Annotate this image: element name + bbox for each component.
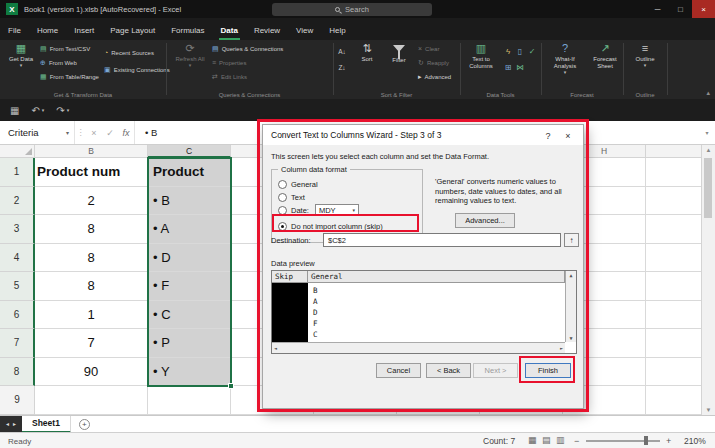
from-web-button[interactable]: ⊕ From Web — [40, 59, 77, 67]
row-header-4[interactable]: 4 — [0, 244, 35, 273]
tab-help[interactable]: Help — [321, 26, 353, 40]
sort-descending-button[interactable]: Z↓ — [336, 61, 348, 74]
dialog-close-button[interactable]: × — [561, 129, 575, 142]
radio-text-circle-icon[interactable] — [278, 193, 287, 202]
expand-formula-bar-button[interactable]: ▾ — [699, 121, 715, 144]
scroll-up-icon[interactable]: ▲ — [706, 147, 712, 153]
existing-connections-button[interactable]: ▣ Existing Connections — [104, 66, 170, 74]
tab-insert[interactable]: Insert — [66, 26, 102, 40]
from-table-range-button[interactable]: ▦ From Table/Range — [40, 73, 99, 81]
undo-button[interactable]: ↶ ▾ — [31, 105, 44, 116]
radio-general[interactable]: General — [278, 178, 318, 190]
spreadsheet-icon[interactable]: ▦ — [10, 105, 19, 116]
sort-ascending-button[interactable]: A↓ — [336, 45, 348, 58]
redo-button[interactable]: ↷ ▾ — [56, 105, 69, 116]
radio-date[interactable]: Date: MDY ▾ — [278, 204, 359, 216]
forecast-sheet-button[interactable]: ↗ Forecast Sheet — [587, 42, 623, 86]
preview-skip-column-selected[interactable] — [272, 283, 308, 342]
from-text-csv-button[interactable]: ▤ From Text/CSV — [40, 45, 90, 53]
filter-button[interactable]: Filter — [384, 42, 414, 86]
radio-do-not-import[interactable]: Do not import column (skip) — [278, 220, 383, 232]
outline-button[interactable]: ≡ Outline ▾ — [627, 42, 663, 86]
scroll-right-icon[interactable]: ► — [560, 345, 563, 351]
cell-c7[interactable]: • P — [148, 329, 231, 358]
reapply-button[interactable]: ↻ Reapply — [418, 59, 449, 67]
advanced-button[interactable]: Advanced... — [455, 213, 515, 228]
cell-c5[interactable]: • F — [148, 272, 231, 301]
tab-formulas[interactable]: Formulas — [163, 26, 212, 40]
sheet-nav-right-icon[interactable]: ► — [12, 421, 17, 427]
sheet-tab-sheet1[interactable]: Sheet1 — [22, 416, 71, 433]
close-button[interactable]: × — [692, 0, 715, 18]
formula-bar-grip[interactable]: ⋮ — [74, 121, 86, 144]
status-count[interactable]: Count: 7 — [483, 436, 515, 446]
radio-do-not-import-circle-icon[interactable] — [278, 222, 287, 231]
advanced-filter-button[interactable]: ▸ Advanced — [418, 73, 451, 81]
zoom-out-button[interactable]: − — [574, 436, 579, 446]
fill-handle[interactable] — [228, 383, 234, 389]
radio-date-circle-icon[interactable] — [278, 206, 287, 215]
cell-b9[interactable] — [35, 386, 148, 415]
back-button[interactable]: < Back — [426, 363, 471, 378]
column-header-c[interactable]: C — [148, 145, 231, 158]
row-header-7[interactable]: 7 — [0, 329, 35, 358]
queries-connections-button[interactable]: ▤ Queries & Connections — [212, 45, 283, 53]
preview-horizontal-scrollbar[interactable]: ◄ ► — [272, 342, 565, 353]
cell-c4[interactable]: • D — [148, 244, 231, 273]
flash-fill-button[interactable]: ϟ — [502, 45, 514, 58]
scroll-down-icon[interactable]: ▼ — [706, 407, 712, 413]
row-header-1[interactable]: 1 — [0, 158, 35, 187]
cell-b7[interactable]: 7 — [35, 329, 148, 358]
tab-page-layout[interactable]: Page Layout — [102, 26, 163, 40]
radio-text[interactable]: Text — [278, 191, 305, 203]
range-selector-button[interactable]: ↑ — [564, 233, 579, 247]
finish-button[interactable]: Finish — [525, 363, 571, 378]
zoom-in-button[interactable]: + — [666, 436, 671, 446]
cell-b8[interactable]: 90 — [35, 358, 148, 387]
cell-c9[interactable] — [148, 386, 231, 415]
sheet-nav-left-icon[interactable]: ◄ — [5, 421, 10, 427]
column-header-b[interactable]: B — [35, 145, 148, 158]
get-data-button[interactable]: ▦ Get Data ▾ — [4, 42, 38, 86]
view-page-break-button[interactable]: ▥ — [556, 435, 565, 445]
collapse-ribbon-button[interactable]: ▴ — [706, 89, 710, 97]
radio-general-circle-icon[interactable] — [278, 180, 287, 189]
tab-file[interactable]: File — [0, 26, 29, 40]
sort-button[interactable]: ⇅ Sort — [352, 42, 382, 86]
view-page-layout-button[interactable]: ▤ — [542, 435, 551, 445]
row-header-8[interactable]: 8 — [0, 358, 35, 387]
scroll-up-icon[interactable]: ▲ — [569, 272, 572, 278]
cell-c3[interactable]: • A — [148, 215, 231, 244]
cell-b1[interactable]: Product num — [35, 158, 148, 187]
minimize-button[interactable]: ─ — [646, 0, 669, 18]
zoom-level[interactable]: 210% — [684, 436, 706, 446]
edit-links-button[interactable]: ⇄ Edit Links — [212, 73, 247, 81]
excel-logo-icon[interactable]: X — [6, 3, 18, 15]
name-box[interactable]: Criteria ▾ — [0, 121, 74, 144]
preview-column-general-header[interactable]: General — [308, 271, 565, 283]
recent-sources-button[interactable]: ◔ Recent Sources — [104, 49, 154, 57]
insert-function-button[interactable]: fx — [118, 121, 134, 144]
row-header-6[interactable]: 6 — [0, 301, 35, 330]
properties-button[interactable]: ≡ Properties — [212, 59, 246, 67]
add-sheet-button[interactable]: + — [79, 419, 90, 430]
cell-c8[interactable]: • Y — [148, 358, 231, 387]
destination-input[interactable]: $C$2 — [323, 233, 561, 247]
cell-b2[interactable]: 2 — [35, 187, 148, 216]
tab-review[interactable]: Review — [246, 26, 288, 40]
text-to-columns-button[interactable]: ▥ Text to Columns — [462, 42, 500, 86]
preview-column-skip-header[interactable]: Skip — [272, 271, 308, 283]
select-all-button[interactable] — [0, 145, 35, 158]
view-normal-button[interactable]: ▦ — [528, 435, 537, 445]
row-header-2[interactable]: 2 — [0, 187, 35, 216]
what-if-analysis-button[interactable]: ? What-If Analysis ▾ — [545, 42, 585, 86]
dialog-title-bar[interactable]: Convert Text to Columns Wizard - Step 3 … — [263, 125, 583, 145]
scroll-down-icon[interactable]: ▼ — [569, 335, 572, 341]
cell-c2[interactable]: • B — [148, 187, 231, 216]
zoom-slider-thumb[interactable] — [644, 436, 648, 445]
cell-c6[interactable]: • C — [148, 301, 231, 330]
sheet-nav-buttons[interactable]: ◄ ► — [0, 416, 22, 433]
row-header-9[interactable]: 9 — [0, 386, 35, 415]
cancel-entry-button[interactable]: × — [86, 121, 102, 144]
column-header-i[interactable] — [646, 145, 701, 158]
